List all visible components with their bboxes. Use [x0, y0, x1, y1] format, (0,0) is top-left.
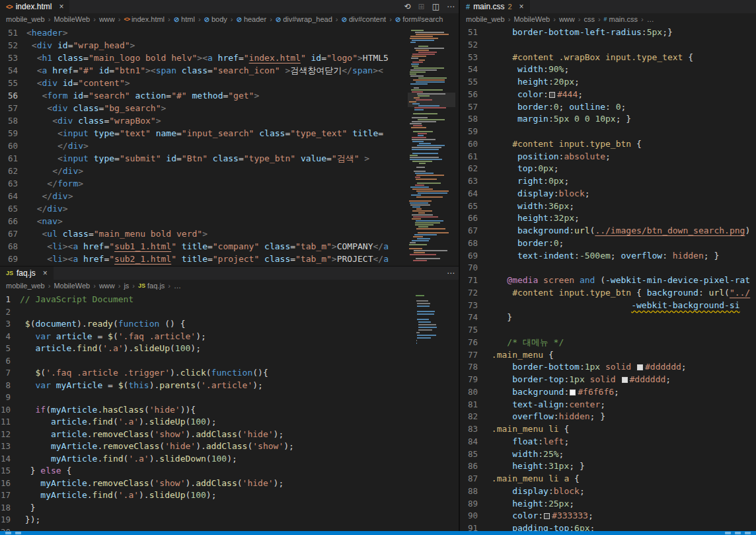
- code-line[interactable]: 57 border:0; outline: 0;: [460, 101, 756, 114]
- code-line[interactable]: 62 top:0px;: [460, 163, 756, 175]
- tab-main-css[interactable]: # main.css 2 ×: [460, 0, 531, 13]
- close-icon[interactable]: ×: [519, 2, 524, 11]
- code-line[interactable]: 17 myArticle.find('.a').slideUp(100);: [0, 489, 459, 502]
- code-line[interactable]: 69 text-indent:-500em; overflow: hidden;…: [460, 250, 756, 263]
- code-area-js[interactable]: 1// JavaScript Document23 $(document).re…: [0, 294, 459, 531]
- breadcrumb-item[interactable]: ⊘html: [174, 15, 195, 23]
- code-line[interactable]: 6: [0, 355, 459, 368]
- code-line[interactable]: 20: [0, 526, 459, 532]
- code-line[interactable]: 54 <a href="#" id="btn1"><span class="se…: [0, 64, 459, 77]
- breadcrumb-item[interactable]: www: [99, 15, 115, 23]
- breadcrumb-item[interactable]: MobileWeb: [54, 15, 90, 23]
- code-line[interactable]: 78 border-bottom:1px solid #dddddd;: [460, 361, 756, 374]
- breadcrumb-item[interactable]: ⊘form#search: [395, 15, 443, 23]
- code-line[interactable]: 2: [0, 306, 459, 319]
- code-line[interactable]: 60 #content input.type_btn {: [460, 138, 756, 151]
- tab-faq-js[interactable]: JS faq.js ×: [0, 267, 54, 280]
- code-line[interactable]: 52 <div id="wrap_head">: [0, 39, 459, 52]
- code-line[interactable]: 55 <div id="content">: [0, 77, 459, 89]
- code-line[interactable]: 61 <input type="submit" id="Btn" class="…: [0, 152, 459, 165]
- close-icon[interactable]: ×: [59, 2, 63, 11]
- breadcrumb-item[interactable]: MobileWeb: [54, 282, 90, 290]
- breadcrumb-item[interactable]: mobile_web: [6, 282, 45, 290]
- code-line[interactable]: 82 overflow:hidden; }: [460, 411, 756, 423]
- code-line[interactable]: 9: [0, 391, 459, 404]
- code-line[interactable]: 85 width:25%;: [460, 448, 756, 461]
- code-line[interactable]: 76 /* 대메뉴 */: [460, 337, 756, 349]
- code-line[interactable]: 58 <div class="wrapBox">: [0, 114, 459, 127]
- split-editor-icon[interactable]: ◫: [432, 2, 439, 11]
- code-line[interactable]: 81 text-align:center;: [460, 399, 756, 411]
- code-line[interactable]: 64 display:block;: [460, 188, 756, 200]
- breadcrumb-item[interactable]: …: [647, 15, 654, 23]
- code-line[interactable]: 54 width:90%;: [460, 63, 756, 76]
- code-line[interactable]: 55 height:20px;: [460, 76, 756, 89]
- breadcrumb-item[interactable]: www: [559, 15, 575, 23]
- breadcrumb-item[interactable]: ⊘div#content: [342, 15, 387, 23]
- tab-index-html[interactable]: <> index.html ×: [0, 0, 70, 13]
- minimap[interactable]: [415, 294, 440, 366]
- code-line[interactable]: 67 background:url(../images/btn_down_sea…: [460, 225, 756, 237]
- code-line[interactable]: 60 </div>: [0, 140, 459, 152]
- code-line[interactable]: 11 article.find('.a').slideUp(100);: [0, 416, 459, 429]
- breadcrumb-item[interactable]: ⊘body: [204, 15, 227, 23]
- breadcrumb-item[interactable]: …: [174, 282, 181, 290]
- code-line[interactable]: 63 </form>: [0, 177, 459, 190]
- code-line[interactable]: 15 } else {: [0, 465, 459, 477]
- code-line[interactable]: 87 .main_menu li a {: [460, 473, 756, 485]
- code-line[interactable]: 56 <form id="search" action="#" method="…: [0, 89, 459, 102]
- code-line[interactable]: 75: [460, 324, 756, 337]
- code-line[interactable]: 86 height:31px; }: [460, 460, 756, 473]
- code-line[interactable]: 66 <nav>: [0, 215, 459, 227]
- code-line[interactable]: 79 border-top:1px solid #dddddd;: [460, 374, 756, 386]
- code-line[interactable]: 12 article.removeClass('show').addClass(…: [0, 429, 459, 441]
- code-line[interactable]: 56 color:#444;: [460, 89, 756, 101]
- status-item[interactable]: [735, 532, 741, 534]
- code-line[interactable]: 67 <ul class="main_menu bold verd">: [0, 227, 459, 240]
- breadcrumb-item[interactable]: #main.css: [604, 15, 638, 23]
- code-area-html[interactable]: 51<header>52 <div id="wrap_head">53 <h1 …: [0, 26, 459, 266]
- breadcrumb-item[interactable]: JSfaq.js: [138, 282, 165, 290]
- code-line[interactable]: 63 right:0px;: [460, 175, 756, 188]
- breadcrumb-item[interactable]: ⊘header: [236, 15, 266, 23]
- code-line[interactable]: 58 margin:5px 0 0 10px; }: [460, 113, 756, 126]
- code-line[interactable]: 1// JavaScript Document: [0, 294, 459, 306]
- status-bar[interactable]: [0, 531, 756, 535]
- code-area-css[interactable]: 51 border-bottom-left-radius:5px;}5253 #…: [460, 26, 756, 531]
- code-line[interactable]: 10 if(myArticle.hasClass('hide')){: [0, 404, 459, 417]
- code-line[interactable]: 88 display:block;: [460, 485, 756, 498]
- breadcrumb-item[interactable]: mobile_web: [6, 15, 45, 23]
- code-line[interactable]: 8 var myArticle = $(this).parents('.arti…: [0, 380, 459, 392]
- breadcrumb-item[interactable]: css: [584, 15, 595, 23]
- breadcrumb-item[interactable]: js: [124, 282, 129, 290]
- code-line[interactable]: 74 }: [460, 311, 756, 324]
- code-line[interactable]: 91 padding-top:6px;: [460, 522, 756, 531]
- minimap[interactable]: [408, 26, 455, 266]
- code-line[interactable]: 5 article.find('.a').slideUp(100);: [0, 343, 459, 355]
- code-line[interactable]: 69 <li><a href="sub2_1.html" title="proj…: [0, 253, 459, 265]
- code-line[interactable]: 16 myArticle.removeClass('show').addClas…: [0, 477, 459, 490]
- code-line[interactable]: 72 #content input.type_btn { background:…: [460, 287, 756, 300]
- code-line[interactable]: 62 </div>: [0, 165, 459, 177]
- code-line[interactable]: 7 $('.faq .article .trigger').click(func…: [0, 367, 459, 380]
- code-line[interactable]: 57 <div class="bg_search">: [0, 102, 459, 114]
- code-line[interactable]: 3 $(document).ready(function () {: [0, 318, 459, 331]
- code-line[interactable]: 14 myArticle.find('.a').slideDown(100);: [0, 453, 459, 466]
- code-line[interactable]: 73 -webkit-background-si: [460, 300, 756, 312]
- code-line[interactable]: 19 });: [0, 514, 459, 526]
- code-line[interactable]: 80 background:#f6f6f6;: [460, 386, 756, 399]
- breadcrumb-item[interactable]: mobile_web: [466, 15, 505, 23]
- code-line[interactable]: 70: [460, 262, 756, 274]
- status-item[interactable]: [725, 532, 731, 534]
- code-line[interactable]: 59: [460, 126, 756, 138]
- timeline-icon[interactable]: ⟲: [404, 2, 411, 11]
- status-left-items[interactable]: [0, 531, 26, 535]
- more-actions-icon[interactable]: ⋯: [447, 2, 455, 11]
- code-line[interactable]: 68 <li><a href="sub1_1.html" title="comp…: [0, 240, 459, 253]
- compare-icon[interactable]: ⊞: [418, 2, 425, 11]
- code-line[interactable]: 66 height:32px;: [460, 212, 756, 225]
- code-line[interactable]: 61 position:absolute;: [460, 151, 756, 163]
- code-line[interactable]: 84 float:left;: [460, 436, 756, 448]
- code-line[interactable]: 77 .main_menu {: [460, 349, 756, 362]
- status-item[interactable]: [745, 532, 751, 534]
